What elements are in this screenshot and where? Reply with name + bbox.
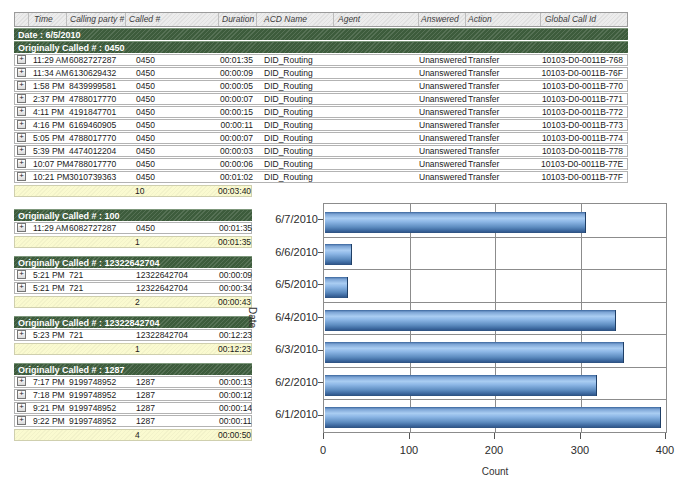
expand-row-button[interactable]: + bbox=[17, 107, 26, 116]
summary-call-count: 1 bbox=[125, 237, 218, 247]
cell-acd: DID_Routing bbox=[257, 159, 334, 169]
y-axis-title: Date bbox=[247, 203, 258, 433]
expand-cell: + bbox=[15, 146, 29, 156]
cell-calling: 721 bbox=[67, 270, 126, 280]
cell-agent bbox=[334, 133, 419, 143]
expand-row-button[interactable]: + bbox=[17, 81, 26, 90]
group-header-band: Originally Called # : 0450 bbox=[14, 41, 628, 53]
table-row: +11:29 AM6082727287045000:01:35DID_Routi… bbox=[14, 54, 628, 66]
y-tick-label: 6/2/2010 bbox=[258, 366, 318, 399]
table-row: +7:17 PM9199748952128700:00:13 bbox=[14, 376, 252, 388]
summary-call-count: 10 bbox=[125, 186, 218, 196]
summary-total-duration: 00:03:40 bbox=[218, 186, 255, 196]
cell-called: 0450 bbox=[126, 94, 219, 104]
expand-row-button[interactable]: + bbox=[17, 159, 26, 168]
cell-called: 0450 bbox=[126, 107, 219, 117]
expand-cell: + bbox=[15, 159, 29, 169]
cell-dur: 00:01:35 bbox=[219, 55, 257, 65]
y-tick-label: 6/6/2010 bbox=[258, 236, 318, 269]
x-tick-label: 0 bbox=[301, 444, 345, 456]
expand-row-button[interactable]: + bbox=[17, 94, 26, 103]
cell-calling: 3010739363 bbox=[67, 172, 126, 182]
expand-row-button[interactable]: + bbox=[17, 416, 26, 425]
table-row: +10:07 PM4788017770045000:00:06DID_Routi… bbox=[14, 158, 628, 170]
expand-cell: + bbox=[15, 270, 29, 280]
column-header-dur: Duration bbox=[219, 13, 257, 26]
table-row: +7:18 PM9199748952128700:00:12 bbox=[14, 389, 252, 401]
expand-row-button[interactable]: + bbox=[17, 55, 26, 64]
call-group: Originally Called # : 0450+11:29 AM60827… bbox=[14, 41, 628, 197]
expand-row-button[interactable]: + bbox=[17, 146, 26, 155]
cell-agent bbox=[334, 120, 419, 130]
group-header-band: Originally Called # : 12322842704 bbox=[14, 316, 252, 328]
expand-row-button[interactable]: + bbox=[17, 68, 26, 77]
cell-agent bbox=[334, 107, 419, 117]
cell-time: 7:18 PM bbox=[29, 390, 67, 400]
cell-acd: DID_Routing bbox=[257, 68, 334, 78]
expand-cell: + bbox=[15, 416, 29, 426]
chart-bar bbox=[325, 342, 624, 363]
cell-time: 2:37 PM bbox=[29, 94, 67, 104]
cell-gid: 10103-D0-0011B-774 bbox=[541, 133, 629, 143]
cell-ans: Unanswered bbox=[419, 94, 466, 104]
expand-row-button[interactable]: + bbox=[17, 330, 26, 339]
cell-acd: DID_Routing bbox=[257, 107, 334, 117]
expand-row-button[interactable]: + bbox=[17, 172, 26, 181]
cell-ans: Unanswered bbox=[419, 55, 466, 65]
cell-called: 0450 bbox=[126, 55, 219, 65]
summary-call-count: 2 bbox=[125, 297, 218, 307]
expand-row-button[interactable]: + bbox=[17, 120, 26, 129]
cell-acd: DID_Routing bbox=[257, 133, 334, 143]
cell-called: 1287 bbox=[126, 377, 219, 387]
cell-act: Transfer bbox=[466, 159, 541, 169]
cell-agent bbox=[334, 159, 419, 169]
expand-cell: + bbox=[15, 81, 29, 91]
y-tick-mark bbox=[318, 219, 323, 220]
cell-ans: Unanswered bbox=[419, 81, 466, 91]
x-tick-mark bbox=[580, 433, 581, 439]
expand-cell: + bbox=[15, 133, 29, 143]
cell-agent bbox=[334, 68, 419, 78]
column-header-acd: ACD Name bbox=[257, 13, 334, 26]
cell-calling: 4191847701 bbox=[67, 107, 126, 117]
cell-agent bbox=[334, 172, 419, 182]
table-row: +5:05 PM4788017770045000:00:07DID_Routin… bbox=[14, 132, 628, 144]
cell-ans: Unanswered bbox=[419, 68, 466, 78]
cell-time: 5:23 PM bbox=[29, 330, 67, 340]
cell-agent bbox=[334, 94, 419, 104]
column-header-act: Action bbox=[466, 13, 541, 26]
y-tick-mark bbox=[318, 415, 323, 416]
gridline-horizontal bbox=[324, 399, 666, 400]
expand-row-button[interactable]: + bbox=[17, 133, 26, 142]
table-row: +9:22 PM9199748952128700:00:11 bbox=[14, 415, 252, 427]
expand-row-button[interactable]: + bbox=[17, 283, 26, 292]
cell-called: 1287 bbox=[126, 416, 219, 426]
expand-row-button[interactable]: + bbox=[17, 403, 26, 412]
chart-bar bbox=[325, 375, 597, 396]
group-header-label: Originally Called # : 100 bbox=[18, 211, 120, 221]
cell-agent bbox=[334, 55, 419, 65]
expand-row-button[interactable]: + bbox=[17, 223, 26, 232]
table-row: +10:21 PM3010739363045000:01:02DID_Routi… bbox=[14, 171, 628, 183]
expand-cell: + bbox=[15, 223, 29, 233]
cell-calling: 4788017770 bbox=[67, 94, 126, 104]
expand-row-button[interactable]: + bbox=[17, 390, 26, 399]
cell-time: 7:17 PM bbox=[29, 377, 67, 387]
group-summary-row: 100:12:23 bbox=[14, 343, 252, 355]
y-tick-mark bbox=[318, 350, 323, 351]
expand-row-button[interactable]: + bbox=[17, 377, 26, 386]
table-row: +5:21 PM7211232264270400:00:34 bbox=[14, 282, 252, 294]
cell-act: Transfer bbox=[466, 94, 541, 104]
column-header-expand bbox=[15, 13, 29, 26]
cell-calling: 6130629432 bbox=[67, 68, 126, 78]
cell-calling: 721 bbox=[67, 283, 126, 293]
x-tick-label: 400 bbox=[643, 444, 676, 456]
cell-time: 1:58 PM bbox=[29, 81, 67, 91]
cell-acd: DID_Routing bbox=[257, 81, 334, 91]
expand-row-button[interactable]: + bbox=[17, 270, 26, 279]
y-axis-labels: 6/7/20106/6/20106/5/20106/4/20106/3/2010… bbox=[258, 203, 318, 433]
cell-calling: 9199748952 bbox=[67, 377, 126, 387]
column-header-calling: Calling party # bbox=[67, 13, 126, 26]
cell-dur: 00:00:05 bbox=[219, 81, 257, 91]
cell-called: 12322642704 bbox=[126, 270, 219, 280]
